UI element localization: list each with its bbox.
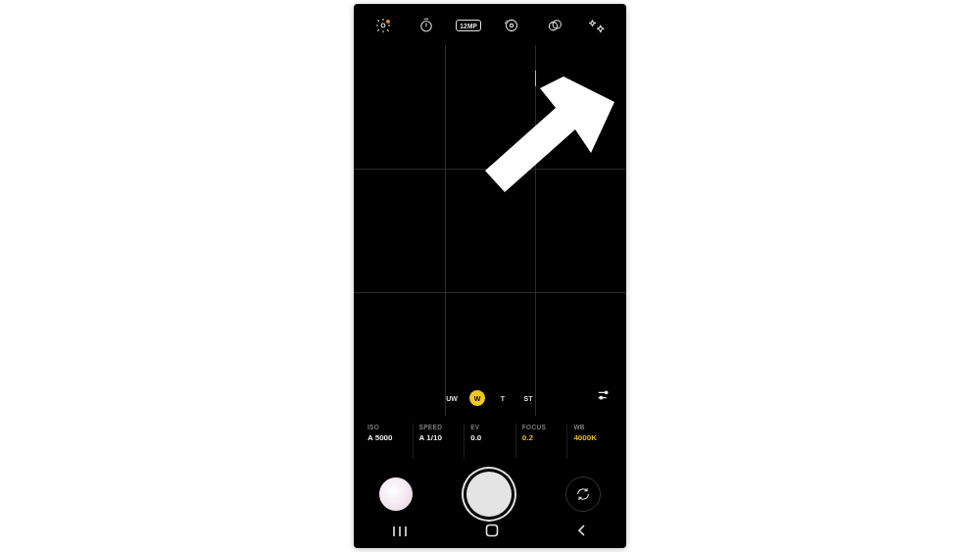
nav-back-icon[interactable] [575, 524, 589, 541]
param-iso[interactable]: ISO A 5000 [362, 424, 414, 459]
svg-point-6 [605, 391, 608, 394]
timer-icon[interactable] [417, 17, 435, 34]
annotation-arrow-icon [469, 75, 616, 212]
svg-marker-8 [485, 76, 614, 192]
lens-uw[interactable]: UW [444, 390, 460, 406]
grid-line [354, 292, 626, 293]
pro-sliders-icon[interactable] [595, 386, 612, 404]
lens-st[interactable]: ST [520, 390, 536, 406]
nav-home-icon[interactable] [484, 523, 500, 542]
motion-photo-icon[interactable] [503, 17, 520, 34]
gallery-thumbnail[interactable] [379, 477, 413, 511]
lens-w[interactable]: W [469, 390, 485, 406]
lens-selector: UW W T ST [444, 390, 536, 406]
grid-line [535, 45, 536, 416]
param-ev[interactable]: EV 0.0 [465, 424, 516, 459]
param-wb[interactable]: WB 4000K [567, 424, 618, 459]
focus-indicator [535, 71, 536, 86]
svg-point-0 [381, 24, 385, 27]
android-navbar [354, 521, 626, 544]
svg-point-7 [600, 396, 603, 399]
param-focus[interactable]: FOCUS 0.2 [516, 424, 568, 459]
shutter-button[interactable] [464, 469, 514, 520]
nav-recents-icon[interactable] [391, 524, 409, 541]
grid-line [354, 169, 626, 170]
shutter-row [354, 465, 626, 524]
pro-params-row: ISO A 5000 SPEED A 1/10 EV 0.0 FOCUS 0.2… [354, 424, 626, 459]
svg-point-2 [506, 20, 516, 30]
resolution-button[interactable]: 12MP [456, 20, 481, 31]
grid-line [445, 45, 446, 416]
svg-point-3 [510, 24, 513, 26]
pro-camera-screen: 12MP UW W T ST [354, 4, 626, 548]
lens-t[interactable]: T [495, 390, 511, 406]
svg-rect-9 [486, 526, 497, 536]
switch-camera-button[interactable] [565, 477, 601, 512]
param-speed[interactable]: SPEED A 1/10 [414, 424, 466, 459]
viewfinder[interactable]: UW W T ST [354, 45, 626, 416]
color-tone-icon[interactable] [546, 17, 564, 34]
settings-dot-indicator [386, 20, 390, 24]
effects-icon[interactable] [588, 17, 606, 34]
top-toolbar: 12MP [354, 12, 626, 39]
